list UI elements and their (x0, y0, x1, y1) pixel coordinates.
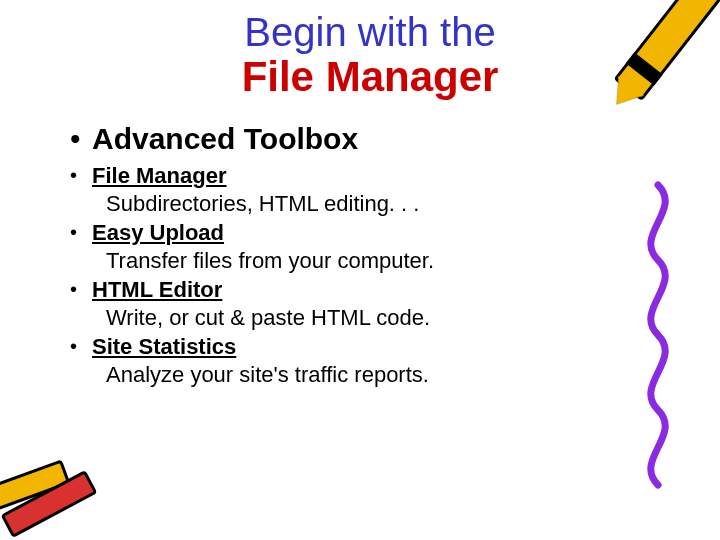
item-description: Write, or cut & paste HTML code. (92, 304, 660, 332)
title-line-1: Begin with the (120, 10, 620, 54)
list-item: • HTML Editor Write, or cut & paste HTML… (70, 276, 660, 331)
list-item-content: HTML Editor Write, or cut & paste HTML c… (92, 276, 660, 331)
squiggle-icon (628, 180, 688, 500)
list-item: • Easy Upload Transfer files from your c… (70, 219, 660, 274)
section-heading: Advanced Toolbox (92, 122, 358, 156)
list-item-content: Easy Upload Transfer files from your com… (92, 219, 660, 274)
item-description: Analyze your site's traffic reports. (92, 361, 660, 389)
item-description: Subdirectories, HTML editing. . . (92, 190, 660, 218)
item-link-site-statistics[interactable]: Site Statistics (92, 334, 236, 359)
section-heading-row: • Advanced Toolbox (70, 122, 660, 160)
item-link-file-manager[interactable]: File Manager (92, 163, 226, 188)
content-list: • Advanced Toolbox • File Manager Subdir… (60, 122, 660, 388)
list-item: • Site Statistics Analyze your site's tr… (70, 333, 660, 388)
item-link-html-editor[interactable]: HTML Editor (92, 277, 222, 302)
list-item: • File Manager Subdirectories, HTML edit… (70, 162, 660, 217)
item-link-easy-upload[interactable]: Easy Upload (92, 220, 224, 245)
item-description: Transfer files from your computer. (92, 247, 660, 275)
list-item-content: Site Statistics Analyze your site's traf… (92, 333, 660, 388)
bullet-icon: • (70, 219, 92, 245)
crayons-icon (0, 430, 128, 540)
slide: Begin with the File Manager • Advanced T… (0, 0, 720, 540)
bullet-icon: • (70, 162, 92, 188)
bullet-icon: • (70, 333, 92, 359)
title-line-2: File Manager (120, 54, 620, 100)
bullet-icon: • (70, 122, 92, 157)
list-item-content: File Manager Subdirectories, HTML editin… (92, 162, 660, 217)
bullet-icon: • (70, 276, 92, 302)
